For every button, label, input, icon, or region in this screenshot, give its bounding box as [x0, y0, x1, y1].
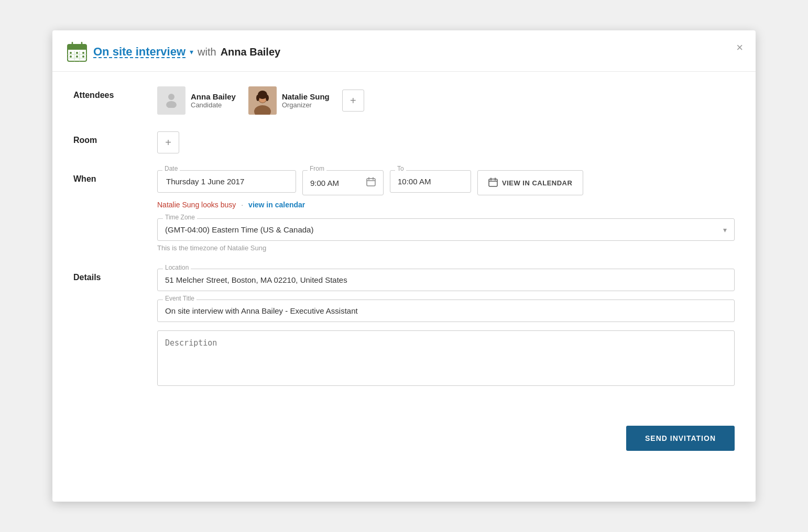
view-calendar-label: VIEW IN CALENDAR	[502, 179, 572, 187]
svg-rect-2	[68, 48, 86, 50]
when-content: Date Thursday 1 June 2017 From 9:00 AM	[157, 170, 735, 252]
to-label: To	[395, 165, 406, 172]
attendee-natalie: Natalie Sung Organizer	[248, 86, 330, 115]
modal-footer: SEND INVITATION	[52, 417, 756, 463]
busy-text: Natalie Sung looks busy	[157, 201, 236, 209]
view-in-calendar-button[interactable]: VIEW IN CALENDAR	[477, 170, 583, 195]
from-input[interactable]: 9:00 AM	[302, 170, 384, 195]
attendee-anna-role: Candidate	[191, 101, 236, 109]
svg-point-9	[70, 52, 72, 54]
avatar-natalie	[248, 86, 277, 115]
attendees-row: Attendees	[73, 86, 735, 115]
add-room-button[interactable]: +	[157, 131, 179, 153]
svg-rect-28	[489, 179, 497, 186]
timezone-select[interactable]: (GMT-04:00) Eastern Time (US & Canada)	[158, 219, 734, 240]
avatar-placeholder-icon	[162, 90, 180, 112]
modal-body: Attendees	[52, 72, 756, 417]
send-invitation-button[interactable]: SEND INVITATION	[626, 426, 735, 451]
avatar-anna	[157, 86, 185, 115]
event-title-field-wrap: Event Title	[157, 300, 735, 322]
location-field-wrap: Location	[157, 269, 735, 291]
svg-rect-24	[367, 179, 375, 186]
from-value: 9:00 AM	[310, 179, 339, 187]
svg-point-14	[82, 56, 84, 58]
location-label: Location	[163, 264, 191, 271]
room-label: Room	[73, 131, 157, 145]
attendee-anna-info: Anna Bailey Candidate	[191, 92, 236, 109]
attendee-natalie-name: Natalie Sung	[282, 92, 330, 101]
when-inputs-row: Date Thursday 1 June 2017 From 9:00 AM	[157, 170, 735, 195]
interview-type-dropdown[interactable]: On site interview	[93, 45, 185, 59]
close-button[interactable]: ×	[732, 39, 747, 57]
room-content: +	[157, 131, 735, 153]
svg-point-12	[70, 56, 72, 58]
svg-point-23	[266, 95, 269, 101]
view-cal-link[interactable]: view in calendar	[248, 201, 305, 209]
description-textarea[interactable]	[158, 331, 734, 383]
interview-modal: On site interview ▾ with Anna Bailey × A…	[52, 30, 756, 502]
date-label: Date	[162, 165, 180, 172]
attendees-content: Anna Bailey Candidate	[157, 86, 735, 115]
attendees-list: Anna Bailey Candidate	[157, 86, 735, 115]
attendees-label: Attendees	[73, 86, 157, 100]
date-group: Date Thursday 1 June 2017	[157, 170, 296, 195]
from-label: From	[308, 165, 326, 172]
from-group: From 9:00 AM	[302, 170, 384, 195]
attendee-anna: Anna Bailey Candidate	[157, 86, 236, 115]
dropdown-arrow-icon[interactable]: ▾	[190, 48, 193, 56]
description-wrap	[157, 330, 735, 386]
svg-point-15	[168, 94, 174, 100]
event-title-input[interactable]	[158, 300, 734, 322]
event-title-label: Event Title	[163, 295, 196, 302]
details-fields: Location Event Title	[157, 269, 735, 386]
time-calendar-icon	[366, 177, 376, 189]
modal-header: On site interview ▾ with Anna Bailey ×	[52, 30, 756, 72]
attendee-anna-name: Anna Bailey	[191, 92, 236, 101]
svg-point-11	[82, 52, 84, 54]
add-attendee-button[interactable]: +	[342, 90, 364, 112]
details-row: Details Location Event Title	[73, 269, 735, 386]
svg-point-10	[76, 52, 78, 54]
svg-point-22	[256, 95, 259, 101]
to-group: To 10:00 AM	[390, 170, 471, 195]
candidate-name-header: Anna Bailey	[221, 46, 280, 58]
room-row: Room +	[73, 131, 735, 153]
busy-message: Natalie Sung looks busy · view in calend…	[157, 201, 735, 209]
timezone-label: Time Zone	[163, 214, 197, 221]
separator: ·	[241, 201, 243, 209]
attendee-natalie-info: Natalie Sung Organizer	[282, 92, 330, 109]
details-content: Location Event Title	[157, 269, 735, 386]
view-calendar-icon	[488, 178, 498, 189]
when-row: When Date Thursday 1 June 2017 From 9:00…	[73, 170, 735, 252]
details-label: Details	[73, 269, 157, 282]
location-input[interactable]	[158, 269, 734, 291]
attendee-natalie-role: Organizer	[282, 101, 330, 109]
calendar-icon	[67, 42, 87, 62]
with-text: with	[198, 46, 216, 58]
when-label: When	[73, 170, 157, 184]
to-input[interactable]: 10:00 AM	[390, 170, 471, 193]
timezone-hint: This is the timezone of Natalie Sung	[157, 244, 735, 252]
svg-point-16	[166, 101, 177, 108]
header-title: On site interview ▾ with Anna Bailey	[93, 45, 741, 59]
date-input[interactable]: Thursday 1 June 2017	[157, 170, 296, 193]
timezone-select-wrap: Time Zone (GMT-04:00) Eastern Time (US &…	[157, 218, 735, 241]
svg-point-13	[76, 56, 78, 58]
